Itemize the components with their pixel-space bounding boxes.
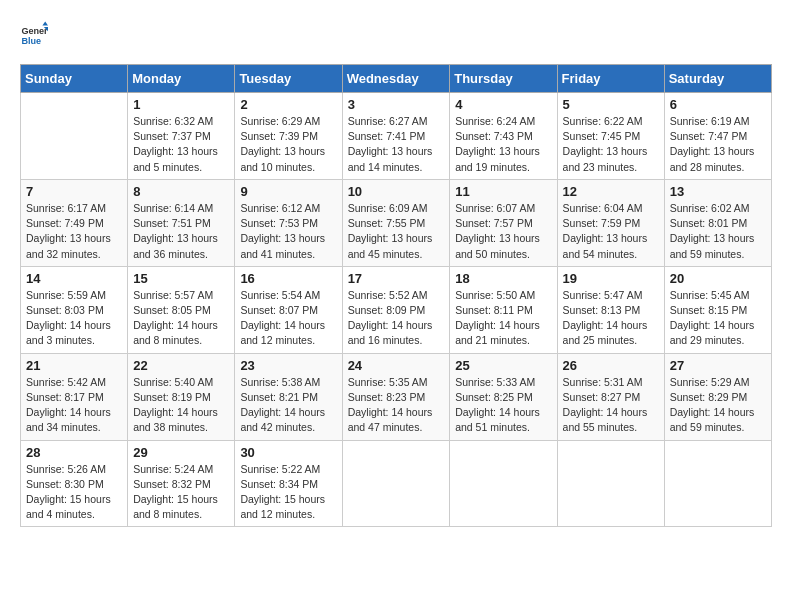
day-info: Sunrise: 6:27 AMSunset: 7:41 PMDaylight:… <box>348 114 445 175</box>
day-cell: 7Sunrise: 6:17 AMSunset: 7:49 PMDaylight… <box>21 179 128 266</box>
day-cell: 1Sunrise: 6:32 AMSunset: 7:37 PMDaylight… <box>128 93 235 180</box>
day-info: Sunrise: 6:07 AMSunset: 7:57 PMDaylight:… <box>455 201 551 262</box>
day-info: Sunrise: 5:47 AMSunset: 8:13 PMDaylight:… <box>563 288 659 349</box>
day-number: 2 <box>240 97 336 112</box>
day-number: 25 <box>455 358 551 373</box>
day-info: Sunrise: 6:14 AMSunset: 7:51 PMDaylight:… <box>133 201 229 262</box>
day-cell: 11Sunrise: 6:07 AMSunset: 7:57 PMDayligh… <box>450 179 557 266</box>
week-row-2: 7Sunrise: 6:17 AMSunset: 7:49 PMDaylight… <box>21 179 772 266</box>
day-number: 20 <box>670 271 766 286</box>
svg-text:General: General <box>21 26 48 36</box>
svg-text:Blue: Blue <box>21 36 41 46</box>
day-info: Sunrise: 5:50 AMSunset: 8:11 PMDaylight:… <box>455 288 551 349</box>
day-cell: 28Sunrise: 5:26 AMSunset: 8:30 PMDayligh… <box>21 440 128 527</box>
day-cell: 27Sunrise: 5:29 AMSunset: 8:29 PMDayligh… <box>664 353 771 440</box>
day-info: Sunrise: 6:09 AMSunset: 7:55 PMDaylight:… <box>348 201 445 262</box>
day-info: Sunrise: 5:45 AMSunset: 8:15 PMDaylight:… <box>670 288 766 349</box>
day-info: Sunrise: 6:32 AMSunset: 7:37 PMDaylight:… <box>133 114 229 175</box>
day-info: Sunrise: 5:24 AMSunset: 8:32 PMDaylight:… <box>133 462 229 523</box>
day-number: 22 <box>133 358 229 373</box>
day-number: 30 <box>240 445 336 460</box>
day-number: 29 <box>133 445 229 460</box>
day-number: 8 <box>133 184 229 199</box>
weekday-sunday: Sunday <box>21 65 128 93</box>
day-number: 1 <box>133 97 229 112</box>
day-info: Sunrise: 5:40 AMSunset: 8:19 PMDaylight:… <box>133 375 229 436</box>
day-info: Sunrise: 5:29 AMSunset: 8:29 PMDaylight:… <box>670 375 766 436</box>
day-cell: 5Sunrise: 6:22 AMSunset: 7:45 PMDaylight… <box>557 93 664 180</box>
day-number: 3 <box>348 97 445 112</box>
day-number: 23 <box>240 358 336 373</box>
day-info: Sunrise: 5:22 AMSunset: 8:34 PMDaylight:… <box>240 462 336 523</box>
weekday-wednesday: Wednesday <box>342 65 450 93</box>
day-cell: 12Sunrise: 6:04 AMSunset: 7:59 PMDayligh… <box>557 179 664 266</box>
day-info: Sunrise: 6:22 AMSunset: 7:45 PMDaylight:… <box>563 114 659 175</box>
day-info: Sunrise: 6:04 AMSunset: 7:59 PMDaylight:… <box>563 201 659 262</box>
day-info: Sunrise: 5:59 AMSunset: 8:03 PMDaylight:… <box>26 288 122 349</box>
day-cell: 10Sunrise: 6:09 AMSunset: 7:55 PMDayligh… <box>342 179 450 266</box>
day-cell <box>557 440 664 527</box>
day-number: 17 <box>348 271 445 286</box>
day-info: Sunrise: 6:29 AMSunset: 7:39 PMDaylight:… <box>240 114 336 175</box>
day-number: 18 <box>455 271 551 286</box>
weekday-saturday: Saturday <box>664 65 771 93</box>
day-cell <box>342 440 450 527</box>
day-cell: 24Sunrise: 5:35 AMSunset: 8:23 PMDayligh… <box>342 353 450 440</box>
day-info: Sunrise: 6:19 AMSunset: 7:47 PMDaylight:… <box>670 114 766 175</box>
week-row-3: 14Sunrise: 5:59 AMSunset: 8:03 PMDayligh… <box>21 266 772 353</box>
weekday-friday: Friday <box>557 65 664 93</box>
day-number: 9 <box>240 184 336 199</box>
day-cell <box>664 440 771 527</box>
weekday-monday: Monday <box>128 65 235 93</box>
day-number: 15 <box>133 271 229 286</box>
logo: General Blue <box>20 20 48 48</box>
day-cell: 19Sunrise: 5:47 AMSunset: 8:13 PMDayligh… <box>557 266 664 353</box>
day-number: 5 <box>563 97 659 112</box>
day-info: Sunrise: 5:26 AMSunset: 8:30 PMDaylight:… <box>26 462 122 523</box>
day-cell: 13Sunrise: 6:02 AMSunset: 8:01 PMDayligh… <box>664 179 771 266</box>
day-cell: 30Sunrise: 5:22 AMSunset: 8:34 PMDayligh… <box>235 440 342 527</box>
day-cell: 4Sunrise: 6:24 AMSunset: 7:43 PMDaylight… <box>450 93 557 180</box>
calendar-table: SundayMondayTuesdayWednesdayThursdayFrid… <box>20 64 772 527</box>
day-info: Sunrise: 6:12 AMSunset: 7:53 PMDaylight:… <box>240 201 336 262</box>
calendar-body: 1Sunrise: 6:32 AMSunset: 7:37 PMDaylight… <box>21 93 772 527</box>
day-cell: 3Sunrise: 6:27 AMSunset: 7:41 PMDaylight… <box>342 93 450 180</box>
day-info: Sunrise: 5:54 AMSunset: 8:07 PMDaylight:… <box>240 288 336 349</box>
day-number: 21 <box>26 358 122 373</box>
day-cell: 17Sunrise: 5:52 AMSunset: 8:09 PMDayligh… <box>342 266 450 353</box>
day-info: Sunrise: 6:02 AMSunset: 8:01 PMDaylight:… <box>670 201 766 262</box>
day-cell: 18Sunrise: 5:50 AMSunset: 8:11 PMDayligh… <box>450 266 557 353</box>
week-row-5: 28Sunrise: 5:26 AMSunset: 8:30 PMDayligh… <box>21 440 772 527</box>
day-cell: 14Sunrise: 5:59 AMSunset: 8:03 PMDayligh… <box>21 266 128 353</box>
day-info: Sunrise: 5:33 AMSunset: 8:25 PMDaylight:… <box>455 375 551 436</box>
day-number: 26 <box>563 358 659 373</box>
day-info: Sunrise: 6:24 AMSunset: 7:43 PMDaylight:… <box>455 114 551 175</box>
day-number: 13 <box>670 184 766 199</box>
day-number: 10 <box>348 184 445 199</box>
page-header: General Blue <box>20 20 772 48</box>
day-info: Sunrise: 5:38 AMSunset: 8:21 PMDaylight:… <box>240 375 336 436</box>
week-row-1: 1Sunrise: 6:32 AMSunset: 7:37 PMDaylight… <box>21 93 772 180</box>
day-cell: 20Sunrise: 5:45 AMSunset: 8:15 PMDayligh… <box>664 266 771 353</box>
day-number: 12 <box>563 184 659 199</box>
weekday-thursday: Thursday <box>450 65 557 93</box>
day-info: Sunrise: 5:31 AMSunset: 8:27 PMDaylight:… <box>563 375 659 436</box>
day-info: Sunrise: 5:52 AMSunset: 8:09 PMDaylight:… <box>348 288 445 349</box>
day-cell: 21Sunrise: 5:42 AMSunset: 8:17 PMDayligh… <box>21 353 128 440</box>
day-info: Sunrise: 5:42 AMSunset: 8:17 PMDaylight:… <box>26 375 122 436</box>
day-number: 6 <box>670 97 766 112</box>
day-cell: 16Sunrise: 5:54 AMSunset: 8:07 PMDayligh… <box>235 266 342 353</box>
day-cell: 25Sunrise: 5:33 AMSunset: 8:25 PMDayligh… <box>450 353 557 440</box>
day-info: Sunrise: 5:35 AMSunset: 8:23 PMDaylight:… <box>348 375 445 436</box>
day-info: Sunrise: 5:57 AMSunset: 8:05 PMDaylight:… <box>133 288 229 349</box>
day-cell: 26Sunrise: 5:31 AMSunset: 8:27 PMDayligh… <box>557 353 664 440</box>
day-info: Sunrise: 6:17 AMSunset: 7:49 PMDaylight:… <box>26 201 122 262</box>
day-cell: 15Sunrise: 5:57 AMSunset: 8:05 PMDayligh… <box>128 266 235 353</box>
day-number: 7 <box>26 184 122 199</box>
day-number: 24 <box>348 358 445 373</box>
day-cell <box>450 440 557 527</box>
day-cell: 22Sunrise: 5:40 AMSunset: 8:19 PMDayligh… <box>128 353 235 440</box>
day-cell: 2Sunrise: 6:29 AMSunset: 7:39 PMDaylight… <box>235 93 342 180</box>
day-number: 19 <box>563 271 659 286</box>
week-row-4: 21Sunrise: 5:42 AMSunset: 8:17 PMDayligh… <box>21 353 772 440</box>
